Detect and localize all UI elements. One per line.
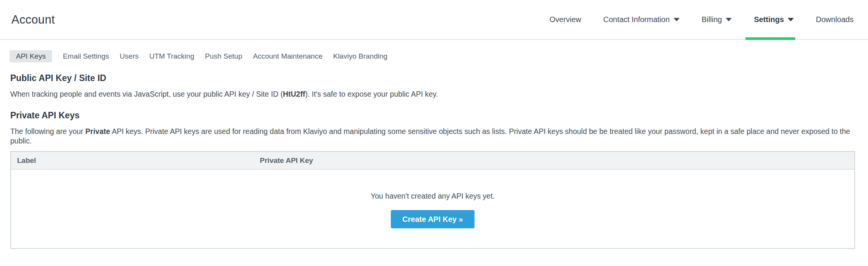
nav-item-billing[interactable]: Billing — [702, 0, 732, 39]
nav-item-downloads[interactable]: Downloads — [816, 0, 854, 39]
column-header-label: Label — [11, 151, 254, 169]
tab-utm-tracking[interactable]: UTM Tracking — [149, 52, 194, 61]
empty-state: You haven't created any API keys yet. Cr… — [11, 169, 855, 248]
nav-item-label: Billing — [702, 15, 722, 24]
account-header: Account Overview Contact Information Bil… — [0, 0, 868, 40]
private-api-keys-description: The following are your Private API keys.… — [10, 127, 855, 145]
nav-item-overview[interactable]: Overview — [549, 0, 581, 39]
account-nav: Overview Contact Information Billing Set… — [549, 0, 854, 39]
private-api-keys-table: Label Private API Key You haven't create… — [10, 151, 855, 249]
nav-item-label: Settings — [754, 15, 784, 24]
empty-state-text: You haven't created any API keys yet. — [11, 192, 854, 201]
chevron-down-icon — [674, 18, 680, 21]
site-id-value: HtU2ff — [283, 90, 305, 98]
nav-item-contact-information[interactable]: Contact Information — [603, 0, 680, 39]
tab-account-maintenance[interactable]: Account Maintenance — [253, 52, 323, 61]
tab-email-settings[interactable]: Email Settings — [63, 52, 109, 61]
public-api-key-heading: Public API Key / Site ID — [10, 73, 855, 83]
nav-item-label: Contact Information — [603, 15, 670, 24]
nav-item-label: Downloads — [816, 15, 854, 24]
api-keys-content: Public API Key / Site ID When tracking p… — [0, 73, 868, 249]
page-title: Account — [11, 13, 55, 27]
tab-api-keys[interactable]: API Keys — [10, 50, 52, 62]
nav-item-label: Overview — [549, 15, 581, 24]
tab-push-setup[interactable]: Push Setup — [205, 52, 242, 61]
table-header-row: Label Private API Key — [11, 151, 855, 169]
private-api-keys-heading: Private API Keys — [10, 110, 855, 121]
settings-subnav: API Keys Email Settings Users UTM Tracki… — [10, 50, 868, 62]
column-header-private-api-key: Private API Key — [254, 151, 855, 169]
tab-users[interactable]: Users — [120, 52, 139, 61]
chevron-down-icon — [726, 18, 732, 21]
nav-item-settings[interactable]: Settings — [754, 0, 794, 39]
public-api-key-description: When tracking people and events via Java… — [10, 89, 855, 99]
create-api-key-button[interactable]: Create API Key » — [391, 210, 475, 228]
empty-state-row: You haven't created any API keys yet. Cr… — [11, 169, 855, 248]
chevron-down-icon — [788, 18, 794, 21]
tab-klaviyo-branding[interactable]: Klaviyo Branding — [333, 52, 387, 61]
